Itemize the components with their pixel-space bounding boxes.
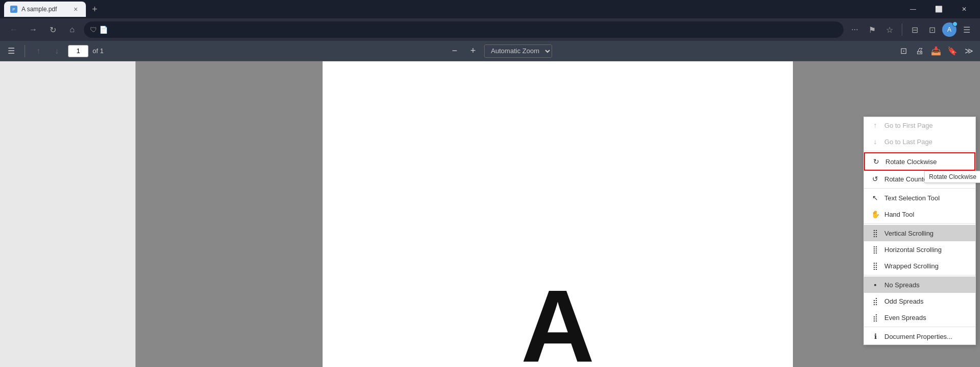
more-tools-button[interactable]: ≫ bbox=[962, 44, 976, 58]
new-tab-button[interactable]: + bbox=[88, 2, 102, 17]
go-last-label: Go to Last Page bbox=[884, 138, 968, 146]
rotate-cw-label: Rotate Clockwise bbox=[885, 158, 967, 166]
save-button[interactable]: 📥 bbox=[929, 44, 943, 58]
split-view-icon[interactable]: ⊡ bbox=[925, 22, 939, 37]
window-controls: — ⬜ ✕ bbox=[901, 2, 976, 17]
doc-icon: 📄 bbox=[99, 26, 108, 34]
even-spreads-icon: ⣾ bbox=[871, 313, 879, 322]
rotate-clockwise-tooltip: Rotate Clockwise bbox=[924, 171, 980, 183]
menu-icon[interactable]: ☰ bbox=[960, 22, 974, 37]
tab-favicon: P bbox=[10, 6, 17, 13]
forward-button[interactable]: → bbox=[26, 22, 41, 37]
horiz-scroll-icon: ⣿ bbox=[871, 245, 879, 254]
address-icons: 🛡 📄 bbox=[90, 26, 108, 34]
profile-icon[interactable]: A bbox=[942, 22, 956, 37]
menu-item-go-last: ↓Go to Last Page bbox=[864, 133, 975, 150]
go-first-label: Go to First Page bbox=[884, 122, 968, 129]
pdf-toolbar: ☰ ↑ ↓ of 1 − + Automatic Zoom ⊡ 🖨 📥 🔖 ≫ bbox=[0, 41, 980, 61]
menu-item-horiz-scroll[interactable]: ⣿Horizontal Scrolling bbox=[864, 241, 975, 258]
bookmark-button[interactable]: 🔖 bbox=[945, 44, 960, 58]
zoom-out-button[interactable]: − bbox=[447, 44, 462, 58]
nav-divider bbox=[902, 24, 902, 36]
odd-spreads-label: Odd Spreads bbox=[884, 297, 968, 305]
active-tab[interactable]: P A sample.pdf × bbox=[4, 2, 86, 17]
tab-title: A sample.pdf bbox=[21, 6, 57, 13]
menu-separator-after-go-last bbox=[864, 151, 975, 151]
maximize-button[interactable]: ⬜ bbox=[927, 2, 950, 17]
page-number-input[interactable] bbox=[68, 45, 88, 57]
vert-scroll-label: Vertical Scrolling bbox=[884, 230, 968, 237]
menu-item-text-sel[interactable]: ↖Text Selection Tool bbox=[864, 190, 975, 206]
horiz-scroll-label: Horizontal Scrolling bbox=[884, 246, 968, 254]
odd-spreads-icon: ⣾ bbox=[871, 297, 879, 305]
menu-item-doc-props[interactable]: ℹDocument Properties... bbox=[864, 328, 975, 345]
menu-separator-after-rotate-ccw bbox=[864, 188, 975, 189]
vert-scroll-icon: ⣿ bbox=[871, 229, 879, 237]
collections-icon[interactable]: ⊟ bbox=[907, 22, 922, 37]
pdf-content: A bbox=[135, 61, 980, 367]
menu-item-odd-spreads[interactable]: ⣾Odd Spreads bbox=[864, 293, 975, 309]
doc-props-icon: ℹ bbox=[871, 332, 879, 340]
pocket-button[interactable]: ⚑ bbox=[865, 22, 879, 37]
wrap-scroll-label: Wrapped Scrolling bbox=[884, 262, 968, 270]
page-up-button[interactable]: ↑ bbox=[31, 44, 45, 58]
back-button[interactable]: ← bbox=[6, 22, 21, 37]
page-of-label: of 1 bbox=[93, 47, 104, 55]
text-sel-label: Text Selection Tool bbox=[884, 194, 968, 202]
minimize-button[interactable]: — bbox=[901, 2, 925, 17]
menu-item-hand[interactable]: ✋Hand Tool bbox=[864, 206, 975, 222]
presentation-mode-button[interactable]: ⊡ bbox=[896, 44, 910, 58]
menu-item-rotate-cw[interactable]: ↻Rotate Clockwise bbox=[864, 152, 975, 171]
menu-item-even-spreads[interactable]: ⣾Even Spreads bbox=[864, 309, 975, 326]
shield-icon: 🛡 bbox=[90, 26, 97, 34]
nav-right: ··· ⚑ ☆ ⊟ ⊡ A ☰ bbox=[848, 22, 974, 37]
pdf-page: A bbox=[323, 61, 793, 367]
hand-icon: ✋ bbox=[871, 210, 879, 218]
menu-separator-after-wrap-scroll bbox=[864, 275, 975, 276]
menu-item-go-first: ↑Go to First Page bbox=[864, 117, 975, 133]
menu-item-wrap-scroll[interactable]: ⣿Wrapped Scrolling bbox=[864, 258, 975, 274]
home-button[interactable]: ⌂ bbox=[64, 22, 80, 37]
main-area: A ↑Go to First Page↓Go to Last Page↻Rota… bbox=[0, 61, 980, 367]
no-spreads-icon: ▪ bbox=[871, 281, 879, 289]
doc-props-label: Document Properties... bbox=[884, 333, 968, 340]
star-button[interactable]: ☆ bbox=[882, 22, 897, 37]
rotate-cw-icon: ↻ bbox=[872, 157, 880, 166]
pdf-toolbar-right: ⊡ 🖨 📥 🔖 ≫ bbox=[896, 44, 976, 58]
hand-label: Hand Tool bbox=[884, 211, 968, 218]
context-menu: ↑Go to First Page↓Go to Last Page↻Rotate… bbox=[863, 117, 976, 345]
toggle-sidebar-button[interactable]: ☰ bbox=[4, 44, 18, 58]
text-sel-icon: ↖ bbox=[871, 194, 879, 202]
reload-button[interactable]: ↻ bbox=[45, 22, 60, 37]
nav-bar: ← → ↻ ⌂ 🛡 📄 ··· ⚑ ☆ ⊟ ⊡ A ☰ bbox=[0, 18, 980, 41]
even-spreads-label: Even Spreads bbox=[884, 314, 968, 322]
print-button[interactable]: 🖨 bbox=[913, 44, 927, 58]
go-first-icon: ↑ bbox=[871, 121, 879, 129]
close-button[interactable]: ✕ bbox=[952, 2, 976, 17]
zoom-select[interactable]: Automatic Zoom bbox=[484, 44, 552, 58]
profile-badge bbox=[952, 21, 958, 27]
menu-separator-after-even-spreads bbox=[864, 327, 975, 327]
toolbar-divider-1 bbox=[25, 45, 25, 57]
browser-titlebar: P A sample.pdf × + — ⬜ ✕ bbox=[0, 0, 980, 18]
menu-item-no-spreads[interactable]: ▪No Spreads bbox=[864, 277, 975, 293]
address-bar[interactable]: 🛡 📄 bbox=[84, 21, 844, 38]
page-down-button[interactable]: ↓ bbox=[50, 44, 64, 58]
rotate-ccw-icon: ↺ bbox=[871, 175, 879, 183]
pdf-sidebar bbox=[0, 61, 135, 367]
no-spreads-label: No Spreads bbox=[884, 281, 968, 289]
zoom-in-button[interactable]: + bbox=[466, 44, 480, 58]
menu-item-vert-scroll[interactable]: ⣿Vertical Scrolling bbox=[864, 225, 975, 241]
more-button[interactable]: ··· bbox=[848, 22, 862, 37]
tab-close-button[interactable]: × bbox=[72, 5, 80, 13]
tab-bar: P A sample.pdf × + bbox=[4, 0, 102, 18]
pdf-letter: A bbox=[521, 275, 595, 367]
go-last-icon: ↓ bbox=[871, 137, 879, 146]
wrap-scroll-icon: ⣿ bbox=[871, 262, 879, 270]
menu-separator-after-hand bbox=[864, 223, 975, 224]
